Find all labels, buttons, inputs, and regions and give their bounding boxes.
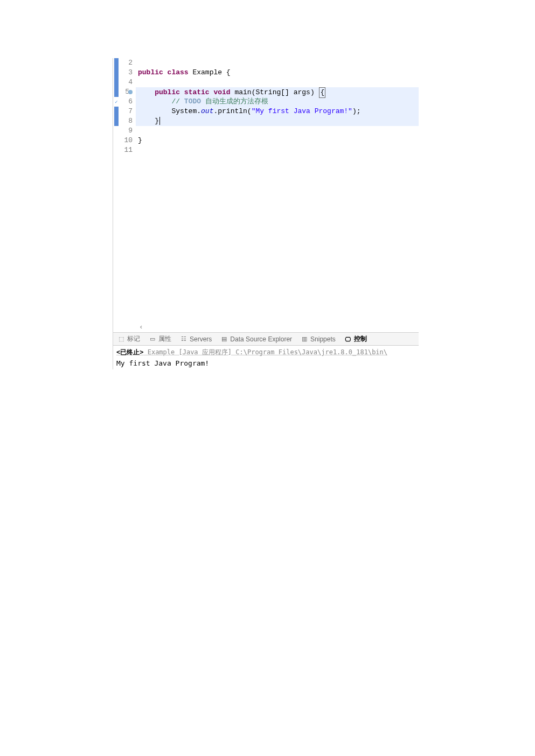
bottom-tab[interactable]: ☷Servers xyxy=(176,333,216,345)
method-decl-icon xyxy=(128,90,133,94)
gutter-row xyxy=(113,58,120,68)
task-marker-icon: ✓ xyxy=(113,97,120,107)
bottom-tab[interactable]: ▭属性 xyxy=(144,333,176,345)
console-view: <已终止> Example [Java 应用程序] C:\Program Fil… xyxy=(113,346,419,369)
line-number: 10 xyxy=(120,136,133,145)
tab-icon: ⬚ xyxy=(117,335,125,343)
line-number: 3 xyxy=(120,68,133,78)
line-number: 11 xyxy=(120,145,133,155)
line-number: 8 xyxy=(120,116,133,126)
change-marker-icon xyxy=(114,107,119,116)
tab-icon: ▭ xyxy=(149,335,156,343)
text-cursor xyxy=(159,117,160,125)
line-number-column: 234567891011 xyxy=(120,58,136,332)
tab-label: 控制 xyxy=(354,334,367,344)
code-line[interactable] xyxy=(136,58,419,68)
bottom-tab[interactable]: ▥Snippets xyxy=(296,333,340,345)
line-number: 7 xyxy=(120,107,133,116)
line-number: 6 xyxy=(120,97,133,107)
bottom-tab[interactable]: ▤Data Source Explorer xyxy=(216,333,296,345)
line-number: 2 xyxy=(120,58,133,68)
gutter-row xyxy=(113,116,120,126)
code-line[interactable]: } xyxy=(136,116,419,126)
console-launch-header: <已终止> Example [Java 应用程序] C:\Program Fil… xyxy=(116,348,415,357)
code-line[interactable]: public class Example { xyxy=(136,68,419,78)
code-line[interactable] xyxy=(136,145,419,155)
line-number: 9 xyxy=(120,126,133,136)
code-line[interactable] xyxy=(136,78,419,87)
line-number: 5 xyxy=(120,87,133,97)
bottom-tabs-bar: ⬚标记▭属性☷Servers▤Data Source Explorer▥Snip… xyxy=(113,333,419,346)
gutter-row xyxy=(113,145,120,155)
gutter-row xyxy=(113,87,120,97)
tab-icon: 🖵 xyxy=(344,335,352,343)
tab-label: Snippets xyxy=(310,335,336,343)
gutter-row xyxy=(113,136,120,145)
tab-icon: ▥ xyxy=(301,335,308,343)
tab-label: Data Source Explorer xyxy=(230,335,292,343)
code-editor[interactable]: ✓ 234567891011 public class Example { pu… xyxy=(113,58,419,333)
change-marker-icon xyxy=(114,78,119,87)
ide-panel: ✓ 234567891011 public class Example { pu… xyxy=(113,58,419,369)
bottom-tab[interactable]: 🖵控制 xyxy=(340,333,371,345)
code-line[interactable]: public static void main(String[] args) { xyxy=(136,87,419,97)
bottom-tab[interactable]: ⬚标记 xyxy=(113,333,144,345)
scroll-left-icon[interactable]: ‹ xyxy=(139,323,143,331)
tab-label: Servers xyxy=(190,335,212,343)
gutter-row xyxy=(113,68,120,78)
console-output: My first Java Program! xyxy=(116,359,415,367)
gutter-row xyxy=(113,126,120,136)
line-number: 4 xyxy=(120,78,133,87)
code-area[interactable]: public class Example { public static voi… xyxy=(136,58,419,332)
gutter-markers: ✓ xyxy=(113,58,120,332)
tab-icon: ☷ xyxy=(180,335,187,343)
code-line[interactable]: } xyxy=(136,136,419,145)
gutter-row xyxy=(113,107,120,116)
change-marker-icon xyxy=(114,68,119,78)
launch-config-label: Example [Java 应用程序] C:\Program Files\Jav… xyxy=(143,348,387,356)
change-marker-icon xyxy=(114,116,119,126)
gutter-row: ✓ xyxy=(113,97,120,107)
tab-icon: ▤ xyxy=(220,335,228,343)
terminated-label: <已终止> xyxy=(116,348,143,356)
change-marker-icon xyxy=(114,58,119,68)
code-line[interactable]: System.out.println("My first Java Progra… xyxy=(136,107,419,116)
code-line[interactable] xyxy=(136,126,419,136)
gutter-row xyxy=(113,78,120,87)
tab-label: 属性 xyxy=(158,334,171,344)
change-marker-icon xyxy=(114,87,119,97)
code-line[interactable]: // TODO 自动生成的方法存根 xyxy=(136,97,419,107)
tab-label: 标记 xyxy=(127,334,140,344)
